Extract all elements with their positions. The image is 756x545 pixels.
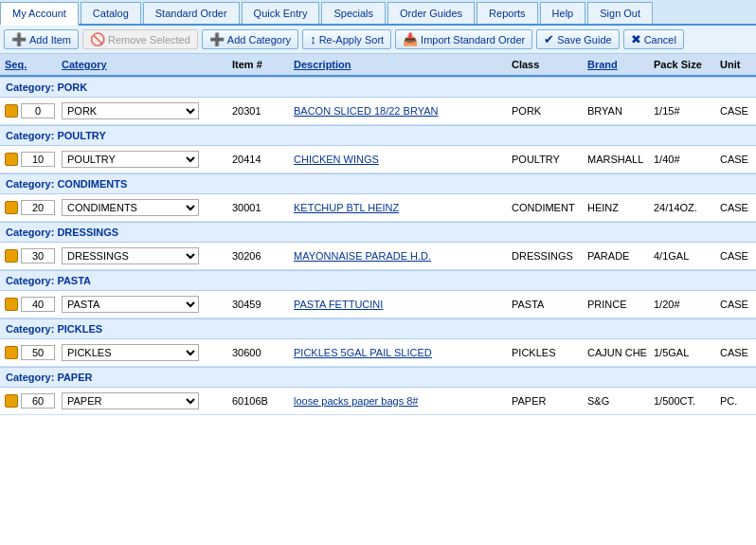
seq-input[interactable] <box>21 152 55 167</box>
unit-cell: CASE <box>717 297 755 312</box>
category-cell: PASTA <box>59 294 229 315</box>
re-apply-sort-label: Re-Apply Sort <box>319 34 384 45</box>
toolbar-btn-import-standard-order[interactable]: 📥Import Standard Order <box>395 29 532 49</box>
category-select[interactable]: PORK <box>62 102 199 119</box>
column-headers: Seq.CategoryItem #DescriptionClassBrandP… <box>0 54 756 77</box>
brand-cell: S&G <box>585 393 651 409</box>
row-icon <box>5 201 18 214</box>
category-select[interactable]: PICKLES <box>62 344 199 361</box>
toolbar: ➕Add Item🚫Remove Selected➕Add Category↕R… <box>0 26 756 54</box>
top-nav: My AccountCatalogStandard OrderQuick Ent… <box>0 0 756 26</box>
remove-selected-label: Remove Selected <box>108 34 190 45</box>
category-header: Category: PAPER <box>0 367 756 388</box>
category-select[interactable]: DRESSINGS <box>62 247 199 264</box>
category-select[interactable]: CONDIMENTS <box>62 199 199 216</box>
col-header-unit: Unit <box>717 57 755 72</box>
unit-cell: PC. <box>717 393 755 409</box>
category-cell: PICKLES <box>59 342 229 363</box>
category-header: Category: PORK <box>0 77 756 98</box>
category-select[interactable]: PAPER <box>62 392 199 409</box>
seq-input[interactable] <box>21 248 55 263</box>
nav-tab-reports[interactable]: Reports <box>477 2 538 24</box>
category-cell: CONDIMENTS <box>59 197 229 218</box>
toolbar-btn-remove-selected: 🚫Remove Selected <box>82 29 198 49</box>
brand-cell: CAJUN CHE <box>585 345 651 360</box>
nav-tab-specials[interactable]: Specials <box>321 2 386 24</box>
item-num-cell: 30600 <box>229 345 291 360</box>
description-cell[interactable]: KETCHUP BTL HEINZ <box>291 200 509 215</box>
import-standard-order-label: Import Standard Order <box>421 34 525 45</box>
item-num-cell: 30206 <box>229 248 291 263</box>
row-icon <box>5 394 18 408</box>
category-select[interactable]: POULTRY <box>62 151 199 168</box>
item-num-cell: 30001 <box>229 200 291 215</box>
category-cell: POULTRY <box>59 149 229 170</box>
save-guide-label: Save Guide <box>557 34 611 45</box>
pack-size-cell: 1/40# <box>651 152 717 167</box>
nav-tab-quick-entry[interactable]: Quick Entry <box>242 2 320 24</box>
nav-tab-help[interactable]: Help <box>540 2 586 24</box>
category-header: Category: POULTRY <box>0 125 756 146</box>
description-link[interactable]: loose packs paper bags 8# <box>294 395 418 407</box>
toolbar-btn-add-item[interactable]: ➕Add Item <box>4 29 79 49</box>
seq-cell <box>2 101 59 120</box>
brand-cell: PARADE <box>585 248 651 263</box>
nav-tab-sign-out[interactable]: Sign Out <box>587 2 653 24</box>
seq-cell <box>2 198 59 217</box>
remove-selected-icon: 🚫 <box>90 32 105 46</box>
category-cell: DRESSINGS <box>59 245 229 266</box>
col-header-category[interactable]: Category <box>59 57 229 72</box>
import-standard-order-icon: 📥 <box>403 32 418 46</box>
description-link[interactable]: MAYONNAISE PARADE H.D. <box>294 250 431 262</box>
pack-size-cell: 4/1GAL <box>651 248 717 263</box>
description-cell[interactable]: loose packs paper bags 8# <box>291 393 509 409</box>
seq-input[interactable] <box>21 297 55 312</box>
description-cell[interactable]: PASTA FETTUCINI <box>291 297 509 312</box>
seq-input[interactable] <box>21 393 55 409</box>
table-row: CONDIMENTS30001KETCHUP BTL HEINZCONDIMEN… <box>0 194 756 222</box>
row-icon <box>5 104 18 118</box>
col-header-seq[interactable]: Seq. <box>2 57 59 72</box>
description-link[interactable]: KETCHUP BTL HEINZ <box>294 202 399 213</box>
nav-tab-standard-order[interactable]: Standard Order <box>143 2 240 24</box>
add-category-icon: ➕ <box>209 32 225 46</box>
nav-tab-order-guides[interactable]: Order Guides <box>387 2 475 24</box>
toolbar-btn-add-category[interactable]: ➕Add Category <box>202 29 298 49</box>
category-cell: PORK <box>59 100 229 121</box>
category-header: Category: PICKLES <box>0 318 756 339</box>
nav-tab-catalog[interactable]: Catalog <box>81 2 141 24</box>
description-cell[interactable]: PICKLES 5GAL PAIL SLICED <box>291 345 509 360</box>
description-cell[interactable]: BACON SLICED 18/22 BRYAN <box>291 103 509 118</box>
description-link[interactable]: BACON SLICED 18/22 BRYAN <box>294 105 438 117</box>
seq-input[interactable] <box>21 345 55 360</box>
seq-input[interactable] <box>21 200 55 215</box>
add-item-label: Add Item <box>29 34 71 45</box>
seq-cell <box>2 343 59 362</box>
description-link[interactable]: PICKLES 5GAL PAIL SLICED <box>294 347 432 358</box>
pack-size-cell: 1/5GAL <box>651 345 717 360</box>
class-cell: DRESSINGS <box>509 248 585 263</box>
toolbar-btn-save-guide[interactable]: ✔Save Guide <box>536 29 619 49</box>
pack-size-cell: 1/15# <box>651 103 717 118</box>
toolbar-btn-re-apply-sort[interactable]: ↕Re-Apply Sort <box>302 29 391 49</box>
item-num-cell: 20414 <box>229 152 291 167</box>
description-link[interactable]: CHICKEN WINGS <box>294 154 379 165</box>
nav-tab-my-account[interactable]: My Account <box>0 2 79 26</box>
col-header-brand[interactable]: Brand <box>585 57 651 72</box>
col-header-pack-size: Pack Size <box>651 57 717 72</box>
description-cell[interactable]: CHICKEN WINGS <box>291 152 509 167</box>
row-icon <box>5 298 18 311</box>
brand-cell: PRINCE <box>585 297 651 312</box>
col-header-class: Class <box>509 57 585 72</box>
item-num-cell: 60106B <box>229 393 291 409</box>
seq-input[interactable] <box>21 103 55 118</box>
toolbar-btn-cancel[interactable]: ✖Cancel <box>623 29 684 49</box>
category-select[interactable]: PASTA <box>62 296 199 313</box>
col-header-description[interactable]: Description <box>291 57 509 72</box>
row-icon <box>5 346 18 359</box>
seq-cell <box>2 246 59 265</box>
description-cell[interactable]: MAYONNAISE PARADE H.D. <box>291 248 509 263</box>
table-row: PORK20301BACON SLICED 18/22 BRYANPORKBRY… <box>0 98 756 125</box>
pack-size-cell: 1/20# <box>651 297 717 312</box>
description-link[interactable]: PASTA FETTUCINI <box>294 299 383 310</box>
